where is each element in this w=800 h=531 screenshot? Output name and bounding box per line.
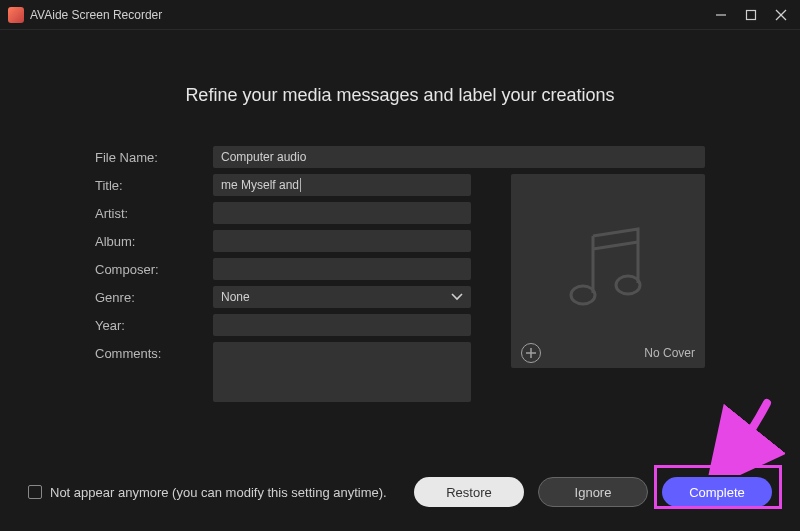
titlebar: AVAide Screen Recorder bbox=[0, 0, 800, 30]
label-comments: Comments: bbox=[95, 342, 213, 361]
app-logo bbox=[8, 7, 24, 23]
comments-input[interactable] bbox=[213, 342, 471, 402]
minimize-button[interactable] bbox=[714, 8, 728, 22]
artist-input[interactable] bbox=[213, 202, 471, 224]
svg-point-4 bbox=[571, 286, 595, 304]
label-composer: Composer: bbox=[95, 258, 213, 277]
label-genre: Genre: bbox=[95, 286, 213, 305]
title-input[interactable]: me Myself and bbox=[213, 174, 471, 196]
file-name-input[interactable] bbox=[213, 146, 705, 168]
ignore-button[interactable]: Ignore bbox=[538, 477, 648, 507]
album-input[interactable] bbox=[213, 230, 471, 252]
label-album: Album: bbox=[95, 230, 213, 249]
no-cover-label: No Cover bbox=[644, 346, 695, 360]
close-button[interactable] bbox=[774, 8, 788, 22]
restore-button[interactable]: Restore bbox=[414, 477, 524, 507]
svg-point-5 bbox=[616, 276, 640, 294]
app-title: AVAide Screen Recorder bbox=[30, 8, 162, 22]
complete-button[interactable]: Complete bbox=[662, 477, 772, 507]
add-cover-button[interactable] bbox=[521, 343, 541, 363]
genre-select[interactable]: None bbox=[213, 286, 471, 308]
year-input[interactable] bbox=[213, 314, 471, 336]
music-note-icon bbox=[558, 221, 658, 321]
not-appear-checkbox[interactable] bbox=[28, 485, 42, 499]
label-year: Year: bbox=[95, 314, 213, 333]
composer-input[interactable] bbox=[213, 258, 471, 280]
label-artist: Artist: bbox=[95, 202, 213, 221]
svg-rect-1 bbox=[747, 10, 756, 19]
genre-value: None bbox=[221, 290, 250, 304]
label-title: Title: bbox=[95, 174, 213, 193]
chevron-down-icon bbox=[451, 290, 463, 304]
label-file-name: File Name: bbox=[95, 146, 213, 165]
cover-art-box: No Cover bbox=[511, 174, 705, 368]
maximize-button[interactable] bbox=[744, 8, 758, 22]
page-heading: Refine your media messages and label you… bbox=[95, 85, 705, 106]
checkbox-label: Not appear anymore (you can modify this … bbox=[50, 485, 387, 500]
